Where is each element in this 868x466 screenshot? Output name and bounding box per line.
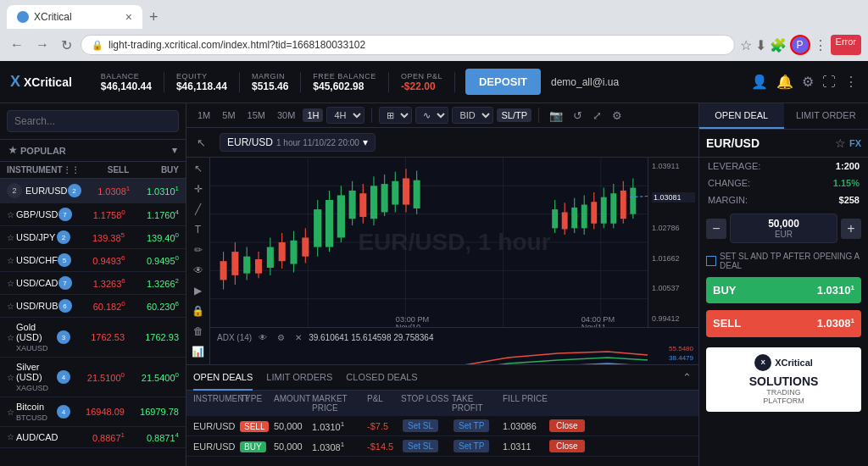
drawing-tools: ↖ ✛ ╱ T ✏ 👁 ▶ 🔒 🗑 📊 <box>186 158 210 364</box>
lock-tool[interactable]: 🔒 <box>188 303 208 319</box>
favorite-icon[interactable]: ☆ <box>835 136 846 150</box>
close-deal-button-2[interactable]: Close <box>549 440 585 452</box>
buy-price: 1.17604 <box>129 208 179 220</box>
sl-tp-checkbox[interactable] <box>706 256 716 266</box>
bookmark-icon[interactable]: ☆ <box>740 35 752 55</box>
bid-ask-select[interactable]: BID <box>452 107 493 124</box>
more-icon[interactable]: ⋮ <box>844 74 858 90</box>
tf-1h[interactable]: 1H <box>303 108 323 122</box>
inst-name: Silver (USD)XAGUSD <box>16 362 57 392</box>
tf-15m[interactable]: 15M <box>243 108 270 122</box>
cursor-tool[interactable]: ↖ <box>191 161 206 176</box>
amount-increase-button[interactable]: + <box>841 219 861 239</box>
pair-selector[interactable]: EUR/USD 1 hour 11/10/22 20:00 ▾ <box>220 133 376 152</box>
sidebar-item-usdcad[interactable]: ☆ USD/CAD 7 1.32636 1.32662 <box>0 272 186 295</box>
sidebar-item-gold-usd[interactable]: ☆ Gold (USD)XAUUSD 3 1762.53 1762.93 <box>0 318 186 358</box>
deal-close-2[interactable]: Close <box>549 440 592 452</box>
deal-close-1[interactable]: Close <box>549 419 592 432</box>
buy-price: 1.03101 <box>133 185 179 197</box>
price-level-6: 0.99412 <box>652 314 695 323</box>
notification-icon[interactable]: 🔔 <box>776 74 793 90</box>
extensions-icon[interactable]: 🧩 <box>770 35 787 55</box>
pair-name: EUR/USD <box>227 136 273 148</box>
indicator-settings-icon[interactable]: ⚙ <box>274 331 288 344</box>
sidebar-item-eurusd[interactable]: 2 EUR/USD 2 1.03081 1.03101 <box>0 179 186 203</box>
sidebar-item-silver-usd[interactable]: ☆ Silver (USD)XAGUSD 4 21.51000 21.54000 <box>0 358 186 397</box>
tf-5m[interactable]: 5M <box>218 108 239 122</box>
sidebar-search <box>0 103 186 140</box>
tf-1m[interactable]: 1M <box>193 108 214 122</box>
indicator-eye-icon[interactable]: 👁 <box>255 331 270 344</box>
buy-price: 60.2306 <box>129 300 179 312</box>
download-icon[interactable]: ⬇ <box>755 35 766 55</box>
reload-button[interactable]: ↻ <box>58 36 75 55</box>
new-tab-button[interactable]: + <box>142 8 165 26</box>
search-input[interactable] <box>7 110 179 132</box>
chart-type-select[interactable]: ⊞ <box>379 107 412 124</box>
indicator-close-icon[interactable]: ✕ <box>292 331 305 344</box>
sidebar-item-gbpusd[interactable]: ☆ GBP/USD 7 1.17580 1.17604 <box>0 203 186 226</box>
profile-icon[interactable]: 👤 <box>751 74 768 90</box>
profile-circle[interactable]: P <box>790 35 810 55</box>
tab-open-deal[interactable]: OPEN DEAL <box>699 103 784 129</box>
tf-30m[interactable]: 30M <box>273 108 299 122</box>
sidebar-item-bitcoin[interactable]: ☆ BitcoinBTCUSD 4 16948.09 16979.78 <box>0 397 186 427</box>
indicator-tool[interactable]: 📊 <box>188 344 208 359</box>
deal-sl-1[interactable]: Set SL <box>401 419 452 432</box>
sidebar-item-audcad[interactable]: ☆ AUD/CAD 0.88671 0.88714 <box>0 427 186 448</box>
sell-button[interactable]: SELL 1.03081 <box>706 310 861 336</box>
deal-type-2: BUY <box>240 441 274 452</box>
arrow-tool[interactable]: ▶ <box>191 283 205 298</box>
pair-datetime: 1 hour 11/10/22 20:00 <box>276 138 359 147</box>
sidebar-item-usdchf[interactable]: ☆ USD/CHF 5 0.94936 0.94950 <box>0 249 186 272</box>
tab-limit-order[interactable]: LIMIT ORDER <box>784 103 869 129</box>
tab-open-deals[interactable]: OPEN DEALS <box>193 365 253 391</box>
tab-limit-orders[interactable]: LIMIT ORDERS <box>266 365 332 391</box>
settings-icon[interactable]: ⚙ <box>802 74 814 90</box>
sidebar-item-usdrub[interactable]: ☆ USD/RUB 6 60.1820 60.2306 <box>0 295 186 318</box>
trash-tool[interactable]: 🗑 <box>190 324 207 339</box>
buy-button[interactable]: BUY 1.03101 <box>706 277 861 303</box>
expand-icon[interactable]: ⤢ <box>589 108 605 124</box>
screenshot-icon[interactable]: 📷 <box>546 108 566 124</box>
set-tp-button-2[interactable]: Set TP <box>453 440 489 452</box>
fx-label: FX <box>849 138 861 148</box>
settings-chart-icon[interactable]: ⚙ <box>609 108 626 124</box>
set-sl-button-2[interactable]: Set SL <box>403 440 438 452</box>
tab-closed-deals[interactable]: CLOSED DEALS <box>346 365 417 391</box>
crosshair-tool[interactable]: ✛ <box>191 181 206 197</box>
collapse-deals-button[interactable]: ⌃ <box>682 371 692 384</box>
close-deal-button-1[interactable]: Close <box>549 419 585 432</box>
tab-close-button[interactable]: × <box>125 10 132 24</box>
draw-cursor-icon[interactable]: ↖ <box>193 135 209 151</box>
sync-icon[interactable]: ↺ <box>570 108 586 124</box>
set-tp-button-1[interactable]: Set TP <box>453 419 489 432</box>
draw-tool[interactable]: ✏ <box>191 242 206 258</box>
menu-icon[interactable]: ⋮ <box>814 35 827 55</box>
deposit-button[interactable]: DEPOSIT <box>465 69 541 95</box>
sell-price: 16948.09 <box>74 407 125 417</box>
chart-style-select[interactable]: ∿ <box>415 107 448 124</box>
set-sl-button-1[interactable]: Set SL <box>403 419 438 432</box>
forward-button[interactable]: → <box>32 36 53 54</box>
amount-row: − 50,000 EUR + <box>699 208 868 248</box>
logo-x: X <box>10 73 20 91</box>
browser-tab-xcritical[interactable]: XCritical × <box>7 5 142 29</box>
sidebar-item-usdjpy[interactable]: ☆ USD/JPY 2 139.385 139.400 <box>0 226 186 249</box>
back-button[interactable]: ← <box>7 36 27 54</box>
deal-tp-2[interactable]: Set TP <box>452 440 503 452</box>
solutions-company: XCritical <box>775 358 813 368</box>
amount-decrease-button[interactable]: − <box>706 219 726 239</box>
indicator-panel: ADX (14) 👁 ⚙ ✕ 39.610641 15.614598 29.75… <box>210 327 698 364</box>
eye-tool[interactable]: 👁 <box>190 263 207 278</box>
text-tool[interactable]: T <box>192 222 204 237</box>
deal-sl-2[interactable]: Set SL <box>401 440 452 452</box>
tf-select[interactable]: 4H <box>326 107 364 124</box>
sl-tp-btn[interactable]: SL/TP <box>497 108 531 122</box>
line-tool[interactable]: ╱ <box>192 202 204 217</box>
solutions-title: SOLUTIONS <box>713 374 854 388</box>
fullscreen-icon[interactable]: ⛶ <box>822 75 836 90</box>
deal-tp-1[interactable]: Set TP <box>452 419 503 432</box>
address-bar[interactable]: 🔒 light-trading.xcritical.com/index.html… <box>81 35 735 55</box>
popular-section[interactable]: ★ POPULAR ▾ <box>0 140 186 162</box>
